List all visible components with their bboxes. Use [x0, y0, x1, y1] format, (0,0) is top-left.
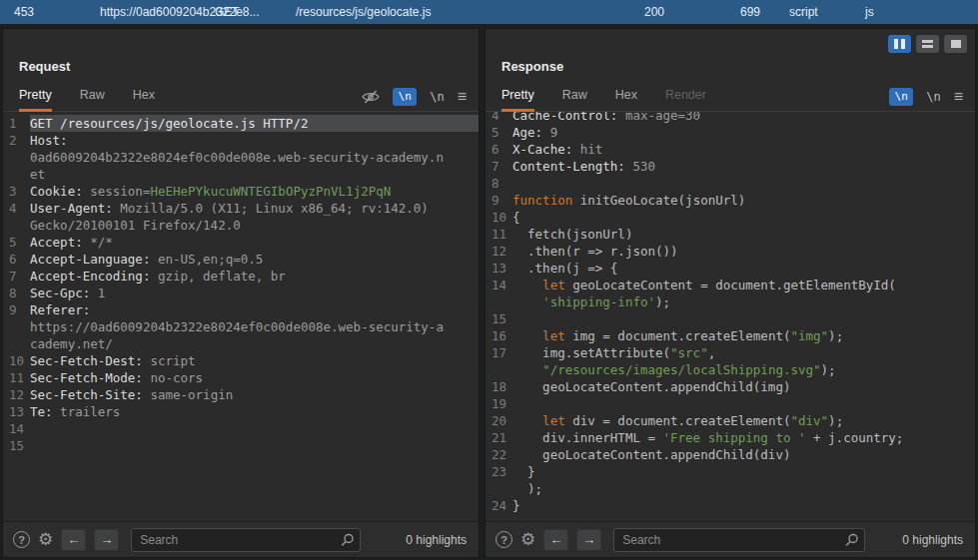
code-line[interactable]: 11 fetch(jsonUrl) — [486, 226, 975, 243]
search-input[interactable] — [131, 528, 361, 552]
line-number: 1 — [3, 115, 30, 132]
help-icon[interactable]: ? — [13, 531, 30, 548]
line-number: 8 — [486, 175, 512, 192]
code-line[interactable]: 8Sec-Gpc: 1 — [3, 284, 479, 301]
code-line[interactable]: 11Sec-Fetch-Mode: no-cors — [3, 369, 479, 386]
line-content — [512, 310, 975, 327]
code-line[interactable]: 5Age: 9 — [486, 124, 975, 141]
line-content: div.innerHTML = 'Free shipping to ' + j.… — [512, 429, 975, 446]
code-line[interactable]: 22 geoLocateContent.appendChild(div) — [486, 446, 975, 463]
gear-icon[interactable]: ⚙ — [520, 531, 535, 548]
code-line[interactable]: 4Cache-Control: max-age=30 — [486, 112, 975, 124]
line-number: 16 — [486, 327, 512, 344]
eye-slash-icon[interactable] — [362, 90, 380, 104]
line-content: Sec-Gpc: 1 — [30, 284, 479, 301]
line-content — [30, 420, 479, 437]
line-content: Sec-Fetch-Site: same-origin — [30, 386, 479, 403]
gear-icon[interactable]: ⚙ — [38, 531, 53, 548]
columns-icon — [894, 39, 898, 49]
code-line[interactable]: 6Accept-Language: en-US,en;q=0.5 — [3, 251, 479, 268]
line-content: } ); — [512, 463, 975, 497]
layout-columns-button[interactable] — [888, 35, 911, 53]
code-line[interactable]: 1GET /resources/js/geolocate.js HTTP/2 — [3, 115, 479, 132]
history-col-length: 699 — [740, 5, 760, 19]
code-line[interactable]: 14 let geoLocateContent = document.getEl… — [486, 277, 975, 310]
code-line[interactable]: 19 — [486, 395, 975, 412]
line-number: 13 — [3, 403, 30, 420]
line-number: 4 — [3, 200, 30, 234]
layout-rows-button[interactable] — [916, 35, 939, 53]
code-line[interactable]: 14 — [3, 420, 479, 437]
code-line[interactable]: 3Cookie: session=HeEHePYkucuWNTEGIbOPyzP… — [3, 183, 479, 200]
line-content: Cache-Control: max-age=30 — [512, 112, 975, 124]
response-pane-title: Response — [486, 55, 975, 82]
prev-match-button[interactable]: ← — [61, 529, 86, 551]
code-line[interactable]: 8 — [486, 175, 975, 192]
code-line[interactable]: 16 let img = document.createElement("img… — [486, 327, 975, 344]
tab-hex[interactable]: Hex — [615, 82, 637, 112]
response-tabs: PrettyRawHexRender — [501, 82, 734, 112]
tab-pretty[interactable]: Pretty — [19, 82, 52, 112]
newline-icon[interactable]: \n — [926, 90, 940, 104]
line-content: Content-Length: 530 — [512, 158, 975, 175]
code-line[interactable]: 10Sec-Fetch-Dest: script — [3, 352, 479, 369]
response-editor[interactable]: 4Cache-Control: max-age=305Age: 96X-Cach… — [486, 112, 975, 521]
code-line[interactable]: 12 .then(r => r.json()) — [486, 243, 975, 260]
code-line[interactable]: 21 div.innerHTML = 'Free shipping to ' +… — [486, 429, 975, 446]
code-line[interactable]: 12Sec-Fetch-Site: same-origin — [3, 386, 479, 403]
line-content: { — [512, 209, 975, 226]
history-selected-row[interactable]: 453 https://0ad6009204b2322e8... GET /re… — [0, 0, 978, 24]
code-line[interactable]: 15 — [3, 437, 479, 454]
tab-raw[interactable]: Raw — [80, 82, 105, 112]
code-line[interactable]: 7Accept-Encoding: gzip, deflate, br — [3, 268, 479, 284]
line-number: 14 — [3, 420, 30, 437]
request-editor[interactable]: 1GET /resources/js/geolocate.js HTTP/22H… — [3, 112, 479, 521]
prev-match-button[interactable]: ← — [543, 529, 568, 551]
code-line[interactable]: 7Content-Length: 530 — [486, 158, 975, 175]
tab-raw[interactable]: Raw — [562, 82, 587, 112]
rows-icon — [922, 40, 933, 48]
response-pane: Response PrettyRawHexRender \n \n ≡ 4Cac… — [485, 28, 976, 558]
code-line[interactable]: 9Referer: https://0ad6009204b2322e8024ef… — [3, 301, 479, 352]
tab-pretty[interactable]: Pretty — [501, 82, 534, 112]
search-box — [613, 528, 865, 552]
code-line[interactable]: 5Accept: */* — [3, 234, 479, 251]
help-icon[interactable]: ? — [495, 531, 512, 548]
code-line[interactable]: 24} — [486, 497, 975, 514]
code-line[interactable]: 17 img.setAttribute("src", "/resources/i… — [486, 344, 975, 378]
line-content: geoLocateContent.appendChild(img) — [512, 378, 975, 395]
code-line[interactable]: 2Host: 0ad6009204b2322e8024ef0c00de008e.… — [3, 132, 479, 183]
editor-menu-icon[interactable]: ≡ — [458, 88, 467, 106]
code-line[interactable]: 23 } ); — [486, 463, 975, 497]
layout-tabs-button[interactable] — [944, 35, 967, 53]
code-line[interactable]: 9function initGeoLocate(jsonUrl) — [486, 192, 975, 209]
next-match-button[interactable]: → — [94, 529, 119, 551]
request-tabs-row: PrettyRawHex \n \n ≡ — [3, 82, 479, 112]
code-line[interactable]: 13 .then(j => { — [486, 260, 975, 277]
line-number: 7 — [486, 158, 512, 175]
line-number: 24 — [486, 497, 512, 514]
show-newlines-toggle-button[interactable]: \n — [393, 88, 417, 106]
line-content: Cookie: session=HeEHePYkucuWNTEGIbOPyzPn… — [30, 183, 479, 200]
code-line[interactable]: 13Te: trailers — [3, 403, 479, 420]
response-statusbar: ? ⚙ ← → 0 highlights — [486, 521, 975, 557]
code-line[interactable]: 6X-Cache: hit — [486, 141, 975, 158]
line-content: Te: trailers — [30, 403, 479, 420]
editor-menu-icon[interactable]: ≡ — [954, 88, 963, 106]
code-line[interactable]: 20 let div = document.createElement("div… — [486, 412, 975, 429]
line-content: GET /resources/js/geolocate.js HTTP/2 — [30, 115, 479, 132]
layout-controls — [888, 35, 967, 53]
code-line[interactable]: 15 — [486, 310, 975, 327]
code-line[interactable]: 10{ — [486, 209, 975, 226]
line-content: Accept-Encoding: gzip, deflate, br — [30, 268, 479, 284]
message-editor-panes: Request PrettyRawHex \n \n ≡ — [2, 28, 976, 558]
newline-icon[interactable]: \n — [430, 90, 444, 104]
code-line[interactable]: 18 geoLocateContent.appendChild(img) — [486, 378, 975, 395]
tab-hex[interactable]: Hex — [133, 82, 155, 112]
tab-render[interactable]: Render — [665, 82, 706, 112]
code-line[interactable]: 4User-Agent: Mozilla/5.0 (X11; Linux x86… — [3, 200, 479, 234]
next-match-button[interactable]: → — [576, 529, 601, 551]
line-number: 8 — [3, 284, 30, 301]
search-input[interactable] — [613, 528, 865, 552]
show-newlines-toggle-button[interactable]: \n — [889, 88, 913, 106]
